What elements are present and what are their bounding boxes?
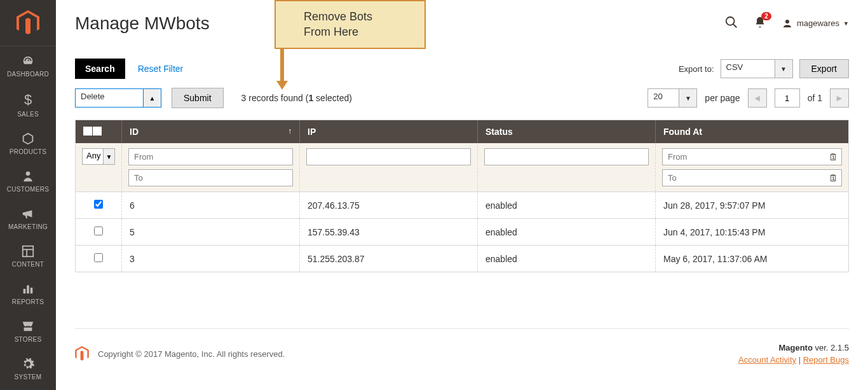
records-summary: 3 records found (1 selected) bbox=[241, 93, 352, 103]
svg-rect-5 bbox=[27, 286, 29, 294]
box-icon bbox=[21, 132, 35, 146]
cell-id: 5 bbox=[122, 219, 300, 246]
gauge-icon bbox=[21, 54, 35, 68]
svg-point-9 bbox=[785, 20, 789, 24]
table-row[interactable]: 5157.55.39.43enabledJun 4, 2017, 10:15:4… bbox=[76, 219, 848, 246]
cell-found-at: May 6, 2017, 11:37:06 AM bbox=[656, 246, 849, 272]
version-text: Magento ver. 2.1.5 bbox=[738, 343, 849, 352]
nav-label: SYSTEM bbox=[15, 373, 42, 380]
notifications-icon[interactable]: 2 bbox=[754, 16, 766, 31]
action-toolbar: Delete ▲ Submit 3 records found (1 selec… bbox=[75, 88, 849, 108]
submit-button[interactable]: Submit bbox=[172, 88, 224, 108]
export-format-select[interactable]: CSV ▼ bbox=[721, 59, 793, 78]
row-checkbox[interactable] bbox=[94, 226, 103, 235]
table-row[interactable]: 351.255.203.87enabledMay 6, 2017, 11:37:… bbox=[76, 246, 848, 272]
svg-rect-6 bbox=[31, 288, 33, 293]
filter-date-to[interactable] bbox=[662, 169, 842, 186]
report-bugs-link[interactable]: Report Bugs bbox=[803, 355, 849, 365]
dollar-icon: $ bbox=[24, 92, 32, 108]
mass-action-select[interactable]: Delete ▲ bbox=[75, 88, 161, 108]
nav-products[interactable]: PRODUCTS bbox=[0, 124, 56, 162]
gear-icon bbox=[21, 357, 35, 371]
nav-dashboard[interactable]: DASHBOARD bbox=[0, 46, 56, 84]
nav-customers[interactable]: CUSTOMERS bbox=[0, 162, 56, 199]
search-button[interactable]: Search bbox=[75, 59, 125, 79]
copyright-text: Copyright © 2017 Magento, Inc. All right… bbox=[98, 349, 285, 359]
chevron-down-icon: ▼ bbox=[679, 88, 697, 108]
column-ip[interactable]: IP bbox=[300, 120, 478, 143]
column-select-all[interactable]: ▬▼ bbox=[76, 120, 122, 143]
chevron-up-icon: ▲ bbox=[144, 88, 161, 108]
account-activity-link[interactable]: Account Activity bbox=[738, 355, 796, 365]
nav-marketing[interactable]: MARKETING bbox=[0, 199, 56, 237]
cell-status: enabled bbox=[478, 246, 656, 272]
user-icon bbox=[782, 18, 793, 29]
page-number-input[interactable] bbox=[775, 88, 800, 108]
export-button[interactable]: Export bbox=[799, 59, 849, 78]
main-content: Manage MWbots 2 magewares ▼ Remove Bots … bbox=[56, 0, 868, 390]
table-row[interactable]: 6207.46.13.75enabledJun 28, 2017, 9:57:0… bbox=[76, 192, 848, 219]
filter-select-any[interactable]: Any ▼ bbox=[82, 148, 115, 165]
export-to-label: Export to: bbox=[679, 64, 714, 74]
nav-label: MARKETING bbox=[8, 223, 48, 230]
prev-page-button[interactable]: ◄ bbox=[748, 88, 767, 108]
nav-label: CONTENT bbox=[12, 261, 44, 268]
search-icon[interactable] bbox=[724, 15, 738, 32]
bar-chart-icon bbox=[21, 282, 35, 296]
footer: Copyright © 2017 Magento, Inc. All right… bbox=[75, 328, 849, 365]
header-actions: 2 magewares ▼ bbox=[724, 15, 849, 32]
cell-found-at: Jun 28, 2017, 9:57:07 PM bbox=[656, 192, 849, 219]
annotation-callout: Remove Bots From Here bbox=[275, 0, 426, 49]
data-grid: ▬▼ ID↑ IP Status Found At Any ▼ bbox=[75, 120, 849, 272]
filter-date-from[interactable] bbox=[662, 148, 842, 165]
nav-label: SALES bbox=[17, 111, 39, 118]
user-menu[interactable]: magewares ▼ bbox=[782, 18, 849, 29]
column-found-at[interactable]: Found At bbox=[656, 120, 849, 143]
page-size-select[interactable]: 20 ▼ bbox=[648, 88, 697, 108]
row-checkbox[interactable] bbox=[94, 253, 103, 262]
checkbox-icon: ▬ bbox=[83, 127, 92, 136]
logo[interactable] bbox=[0, 0, 56, 46]
chevron-down-icon: ▼ bbox=[775, 59, 793, 78]
per-page-label: per page bbox=[705, 93, 740, 103]
nav-label: STORES bbox=[15, 336, 42, 343]
notifications-badge: 2 bbox=[761, 12, 771, 20]
megaphone-icon bbox=[21, 207, 35, 221]
nav-sales[interactable]: $ SALES bbox=[0, 84, 56, 124]
filter-id-to[interactable] bbox=[128, 169, 293, 186]
filter-id-from[interactable] bbox=[128, 148, 293, 165]
column-status[interactable]: Status bbox=[478, 120, 656, 143]
filter-ip[interactable] bbox=[306, 148, 471, 165]
nav-label: DASHBOARD bbox=[7, 71, 49, 78]
store-icon bbox=[21, 319, 35, 333]
chevron-down-icon: ▼ bbox=[843, 20, 849, 27]
nav-stores[interactable]: STORES bbox=[0, 312, 56, 349]
next-page-button[interactable]: ► bbox=[830, 88, 849, 108]
cell-ip: 157.55.39.43 bbox=[300, 219, 478, 246]
chevron-down-icon: ▼ bbox=[104, 148, 115, 165]
svg-point-0 bbox=[26, 172, 31, 176]
cell-status: enabled bbox=[478, 219, 656, 246]
magento-logo-icon bbox=[75, 346, 89, 361]
svg-rect-4 bbox=[24, 289, 26, 293]
user-name: magewares bbox=[797, 18, 839, 28]
nav-label: CUSTOMERS bbox=[7, 186, 49, 193]
svg-rect-1 bbox=[23, 246, 34, 257]
chevron-down-icon: ▼ bbox=[93, 127, 102, 136]
nav-reports[interactable]: REPORTS bbox=[0, 274, 56, 312]
column-id[interactable]: ID↑ bbox=[122, 120, 300, 143]
layout-icon bbox=[21, 244, 35, 258]
nav-content[interactable]: CONTENT bbox=[0, 237, 56, 274]
page-header: Manage MWbots 2 magewares ▼ bbox=[56, 0, 868, 46]
cell-found-at: Jun 4, 2017, 10:15:43 PM bbox=[656, 219, 849, 246]
nav-system[interactable]: SYSTEM bbox=[0, 349, 56, 387]
magento-logo-icon bbox=[17, 10, 39, 36]
cell-ip: 51.255.203.87 bbox=[300, 246, 478, 272]
row-checkbox[interactable] bbox=[94, 200, 103, 209]
svg-line-8 bbox=[733, 24, 737, 27]
filter-status[interactable] bbox=[484, 148, 649, 165]
nav-label: REPORTS bbox=[12, 298, 44, 305]
reset-filter-link[interactable]: Reset Filter bbox=[138, 64, 184, 74]
filter-toolbar: Search Reset Filter Export to: CSV ▼ Exp… bbox=[75, 59, 849, 79]
person-icon bbox=[22, 169, 34, 183]
